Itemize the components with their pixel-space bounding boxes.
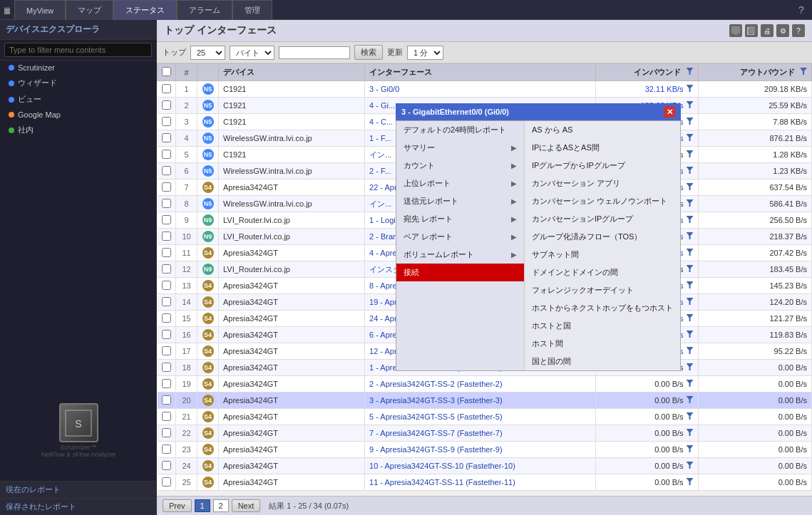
row-check-input[interactable] [162,412,171,421]
table-row[interactable]: 23 S4 Apresia3424GT 9 - Apresia3424GT-SS… [158,442,812,458]
inbound-filter-icon[interactable] [687,68,694,75]
row-filter-icon[interactable] [687,396,694,403]
current-report-link[interactable]: 現在のレポート [0,481,156,498]
context-sub-item-IPによるASとAS間[interactable]: IPによるASとAS間 [525,139,680,157]
row-check-input[interactable] [162,199,171,208]
row-filter-icon[interactable] [687,85,694,92]
top-count-select[interactable]: 2550100 [190,46,225,60]
context-sub-item-国と国の間[interactable]: 国と国の間 [525,353,680,370]
row-filter-icon[interactable] [687,199,694,207]
row-filter-icon[interactable] [687,462,694,469]
row-filter-icon[interactable] [687,134,694,141]
row-check-input[interactable] [162,150,171,159]
context-sub-item-カンバセーション-アプリ[interactable]: カンバセーション アプリ [525,175,680,192]
row-check-input[interactable] [162,281,171,290]
search-field[interactable] [279,46,350,59]
tab-マップ[interactable]: マップ [66,0,113,20]
export-icon[interactable] [729,24,742,37]
row-check-input[interactable] [162,363,171,372]
row-filter-icon[interactable] [687,478,694,485]
table-row[interactable]: 20 S4 Apresia3424GT 3 - Apresia3424GT-SS… [158,392,812,409]
context-menu-item-ペア-レポート[interactable]: ペア レポート▶ [396,228,524,246]
help-icon[interactable]: ? [795,4,808,16]
byte-select[interactable]: バイト [230,46,274,60]
context-menu-item-接続[interactable]: 接続 [396,264,524,281]
context-menu-item-カウント[interactable]: カウント▶ [396,157,524,175]
context-sub-item-サブネット間[interactable]: サブネット間 [525,246,680,264]
context-menu-item-宛先-レポート[interactable]: 宛先 レポート▶ [396,210,524,228]
row-check-input[interactable] [162,297,171,306]
context-sub-item-グループ化済みフロー（TOS）[interactable]: グループ化済みフロー（TOS） [525,228,680,246]
row-check-input[interactable] [162,395,171,405]
sidebar-item-Scrutinizer[interactable]: Scrutinizer [0,61,156,75]
context-sub-item-フォレンジックオーデイット[interactable]: フォレンジックオーデイット [525,281,680,299]
outbound-filter-icon[interactable] [800,68,807,75]
row-filter-icon[interactable] [687,281,694,288]
row-filter-icon[interactable] [687,314,694,321]
sidebar-item-ビュー[interactable]: ビュー [0,91,156,108]
context-sub-item-カンバセーションIPグループ[interactable]: カンバセーションIPグループ [525,210,680,228]
search-button[interactable]: 検索 [354,45,383,60]
row-filter-icon[interactable] [687,445,694,452]
help-content-icon[interactable]: ? [792,24,805,37]
row-check-input[interactable] [162,182,171,192]
row-interface[interactable]: 2 - Apresia3424GT-SS-2 (Fastether-2) [365,376,596,392]
table-row[interactable]: 21 S4 Apresia3424GT 5 - Apresia3424GT-SS… [158,409,812,425]
context-sub-item-ホスト間[interactable]: ホスト間 [525,335,680,353]
context-sub-item-ホストからネクストホップをもつホスト[interactable]: ホストからネクストホップをもつホスト [525,299,680,317]
settings-icon[interactable]: ⚙ [776,24,789,37]
context-menu-item-ボリュームレポート[interactable]: ボリュームレポート▶ [396,246,524,264]
row-filter-icon[interactable] [687,363,694,370]
context-menu-item-上位レポート[interactable]: 上位レポート▶ [396,175,524,192]
row-filter-icon[interactable] [687,249,694,256]
row-interface[interactable]: 11 - Apresia3424GT-SS-11 (Fastether-11) [365,474,596,491]
row-check-input[interactable] [162,461,171,470]
table-row[interactable]: 24 S4 Apresia3424GT 10 - Apresia3424GT-S… [158,458,812,474]
row-check-input[interactable] [162,330,171,339]
row-filter-icon[interactable] [687,167,694,174]
table-row[interactable]: 25 S4 Apresia3424GT 11 - Apresia3424GT-S… [158,474,812,491]
row-filter-icon[interactable] [687,101,694,108]
page-1-button[interactable]: 1 [195,499,210,512]
row-interface[interactable]: 7 - Apresia3424GT-SS-7 (Fastether-7) [365,425,596,442]
copy-icon[interactable] [745,24,758,37]
row-interface[interactable]: 3 - Gi0/0 [365,81,596,98]
tab-MyView[interactable]: MyView [14,0,66,20]
tab-ステータス[interactable]: ステータス [113,0,177,20]
row-check-input[interactable] [162,477,171,487]
row-filter-icon[interactable] [687,118,694,125]
prev-button[interactable]: Prev [163,499,192,512]
row-check-input[interactable] [162,428,171,437]
row-filter-icon[interactable] [687,331,694,338]
row-filter-icon[interactable] [687,412,694,420]
context-menu-item-送信元レポート[interactable]: 送信元レポート▶ [396,192,524,210]
context-sub-item-AS-から-AS[interactable]: AS から AS [525,121,680,139]
row-interface[interactable]: 5 - Apresia3424GT-SS-5 (Fastether-5) [365,409,596,425]
row-filter-icon[interactable] [687,429,694,436]
context-sub-item-カンバセーション-ウェルノウンポート[interactable]: カンバセーション ウェルノウンポート [525,192,680,210]
row-interface[interactable]: 10 - Apresia3424GT-SS-10 (Fastether-10) [365,458,596,474]
row-filter-icon[interactable] [687,183,694,190]
context-sub-item-ドメインとドメインの間[interactable]: ドメインとドメインの間 [525,264,680,281]
row-interface[interactable]: 3 - Apresia3424GT-SS-3 (Fastether-3) [365,392,596,409]
search-input[interactable] [4,43,152,57]
row-check-input[interactable] [162,264,171,274]
table-row[interactable]: 19 S4 Apresia3424GT 2 - Apresia3424GT-SS… [158,376,812,392]
next-button[interactable]: Next [232,499,261,512]
select-all-checkbox[interactable] [162,67,171,76]
saved-report-link[interactable]: 保存されたレポート [0,498,156,515]
row-interface[interactable]: 9 - Apresia3424GT-SS-9 (Fastether-9) [365,442,596,458]
row-check-input[interactable] [162,117,171,126]
interval-select[interactable]: 1 分5 分 [407,46,443,60]
row-check-input[interactable] [162,232,171,241]
context-menu-item-デフォルトの24時間レポート[interactable]: デフォルトの24時間レポート [396,121,524,139]
row-filter-icon[interactable] [687,265,694,272]
row-filter-icon[interactable] [687,232,694,239]
context-sub-item-ホストと国[interactable]: ホストと国 [525,317,680,335]
row-check-input[interactable] [162,248,171,257]
sidebar-item-Google Map[interactable]: Google Map [0,108,156,122]
row-check-input[interactable] [162,444,171,454]
sidebar-item-社内[interactable]: 社内 [0,122,156,138]
row-check-input[interactable] [162,84,171,93]
sidebar-item-ウィザード[interactable]: ウィザード [0,75,156,91]
